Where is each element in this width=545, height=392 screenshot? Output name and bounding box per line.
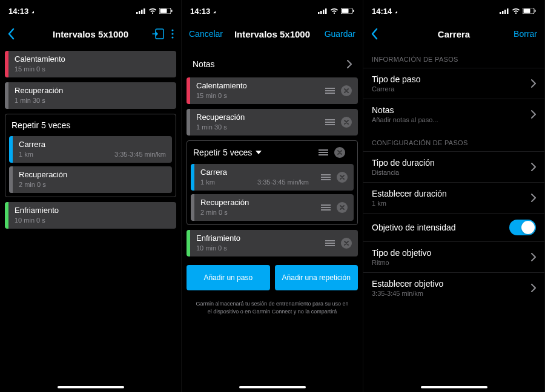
delete-step-icon[interactable] (337, 172, 348, 183)
svg-rect-12 (320, 11, 322, 14)
drag-handle-icon[interactable] (319, 149, 328, 156)
setting-row[interactable]: Tipo de paso Carrera (363, 68, 544, 99)
step-card[interactable]: Enfriamiento 10 min 0 s (187, 230, 358, 256)
step-title: Carrera (19, 140, 166, 150)
delete-step-icon[interactable] (341, 85, 352, 96)
svg-point-10 (171, 36, 173, 38)
step-sub: 1 km (200, 178, 215, 186)
svg-rect-23 (325, 124, 335, 125)
repeat-label[interactable]: Repetir 5 veces (193, 148, 262, 157)
chevron-down-icon (256, 151, 262, 154)
step-title: Enfriamiento (15, 206, 170, 216)
setting-sub: Ritmo (372, 259, 431, 266)
setting-sub: Añadir notas al paso... (372, 116, 438, 123)
setting-row[interactable]: Objetivo de intensidad (363, 213, 544, 241)
setting-sub: Carrera (372, 85, 420, 93)
step-card[interactable]: Calentamiento 15 min 0 s (5, 51, 176, 77)
svg-rect-42 (535, 10, 536, 12)
status-time: 14:13 (8, 7, 28, 16)
status-bar: 14:14 (363, 0, 544, 22)
repeat-block[interactable]: Repetir 5 veces Carrera 1 km3:35-3:45 mi… (5, 114, 176, 197)
location-icon (31, 8, 37, 14)
step-card[interactable]: Carrera 1 km3:35-3:45 min/km (191, 164, 354, 191)
setting-row[interactable]: Establecer objetivo 3:35-3:45 min/km (363, 272, 544, 303)
drag-handle-icon[interactable] (325, 87, 335, 94)
cancel-button[interactable]: Cancelar (189, 29, 223, 39)
step-sub: 2 min 0 s (19, 180, 46, 189)
setting-row[interactable]: Tipo de objetivo Ritmo (363, 241, 544, 272)
step-title: Carrera (200, 168, 309, 178)
delete-button[interactable]: Borrar (514, 29, 537, 39)
step-title: Calentamiento (15, 54, 170, 65)
screen-workout-edit: 14:13 Cancelar Intervalos 5x1000 Guardar… (182, 0, 363, 392)
svg-rect-29 (321, 179, 331, 180)
setting-row[interactable]: Tipo de duración Distancia (363, 151, 544, 182)
save-button[interactable]: Guardar (325, 29, 355, 39)
step-sub: 1 min 30 s (196, 123, 227, 131)
setting-row[interactable]: Establecer duración 1 km (363, 182, 544, 213)
back-icon[interactable] (7, 28, 16, 40)
delete-step-icon[interactable] (337, 202, 348, 213)
step-detail-content: Información de pasos Tipo de paso Carrer… (363, 46, 544, 392)
svg-rect-2 (141, 10, 143, 14)
setting-sub: 3:35-3:45 min/km (372, 290, 443, 297)
svg-rect-3 (144, 8, 145, 14)
svg-rect-24 (319, 149, 328, 151)
chevron-right-icon (531, 79, 536, 88)
step-card[interactable]: Recuperación 1 min 30 s (187, 109, 358, 136)
svg-rect-0 (136, 12, 138, 14)
more-icon[interactable] (171, 29, 174, 39)
drag-handle-icon[interactable] (321, 204, 331, 211)
battery-icon (341, 8, 354, 14)
notes-row[interactable]: Notas (187, 51, 358, 77)
step-card[interactable]: Recuperación 2 min 0 s (191, 194, 354, 221)
svg-rect-35 (325, 245, 335, 246)
setting-title: Tipo de objetivo (372, 248, 431, 258)
footnote: Garmin almacenará tu sesión de entrenami… (187, 294, 358, 321)
step-card[interactable]: Carrera 1 km3:35-3:45 min/km (9, 136, 172, 163)
home-indicator (239, 386, 306, 388)
svg-rect-6 (171, 10, 173, 12)
add-step-button[interactable]: Añadir un paso (187, 265, 270, 290)
toggle-switch[interactable] (509, 220, 536, 235)
setting-title: Notas (372, 105, 438, 115)
drag-handle-icon[interactable] (325, 240, 335, 247)
setting-row[interactable]: Notas Añadir notas al paso... (363, 99, 544, 129)
screen-workout-view: 14:13 Intervalos 5x1000 Calentamiento 15… (0, 0, 182, 392)
step-card[interactable]: Recuperación 1 min 30 s (5, 82, 176, 109)
status-indicators (500, 8, 536, 14)
svg-rect-19 (325, 90, 335, 91)
section-header-config: Configuración de pasos (363, 129, 544, 151)
step-sub: 15 min 0 s (15, 65, 45, 73)
svg-rect-30 (321, 204, 331, 206)
step-title: Calentamiento (196, 81, 313, 91)
send-to-device-icon[interactable] (152, 28, 164, 39)
step-sub: 15 min 0 s (196, 91, 227, 100)
home-indicator (58, 386, 124, 388)
status-bar: 14:13 (182, 0, 363, 22)
svg-rect-27 (321, 174, 331, 175)
svg-rect-33 (325, 240, 335, 241)
drag-handle-icon[interactable] (325, 119, 335, 126)
repeat-block[interactable]: Repetir 5 veces Carrera 1 km3:35-3:45 mi… (187, 140, 358, 225)
step-card[interactable]: Enfriamiento 10 min 0 s (5, 202, 176, 229)
delete-step-icon[interactable] (341, 238, 352, 249)
setting-sub: Distancia (372, 169, 435, 176)
screen-step-detail: 14:14 Carrera Borrar Información de paso… (363, 0, 545, 392)
svg-rect-16 (342, 9, 349, 13)
location-icon (394, 8, 400, 14)
svg-rect-41 (524, 9, 530, 13)
svg-rect-34 (325, 243, 335, 244)
step-card[interactable]: Recuperación 2 min 0 s (9, 166, 172, 193)
delete-step-icon[interactable] (334, 147, 345, 158)
delete-step-icon[interactable] (341, 117, 352, 128)
svg-rect-36 (500, 12, 501, 14)
svg-rect-14 (325, 8, 327, 14)
chevron-right-icon (531, 194, 536, 202)
add-repeat-button[interactable]: Añadir una repetición (275, 265, 358, 290)
nav-bar: Intervalos 5x1000 (0, 22, 181, 46)
back-icon[interactable] (371, 28, 379, 40)
drag-handle-icon[interactable] (321, 174, 331, 181)
step-card[interactable]: Calentamiento 15 min 0 s (187, 77, 358, 104)
svg-rect-37 (502, 11, 504, 14)
